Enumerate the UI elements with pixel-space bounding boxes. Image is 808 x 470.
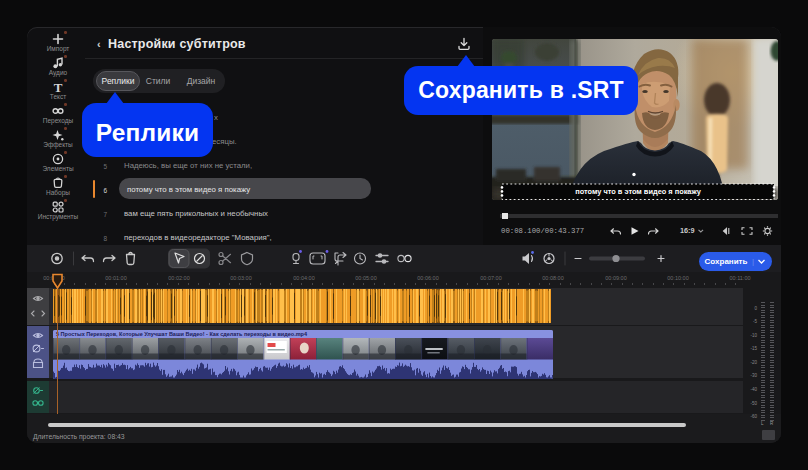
svg-text:00:08.100/00:43.377: 00:08.100/00:43.377	[501, 227, 584, 235]
svg-text:T: T	[54, 81, 63, 93]
svg-text:потому что в этом видео я пока: потому что в этом видео я покажу	[575, 187, 702, 196]
svg-text:16:9: 16:9	[680, 226, 695, 235]
